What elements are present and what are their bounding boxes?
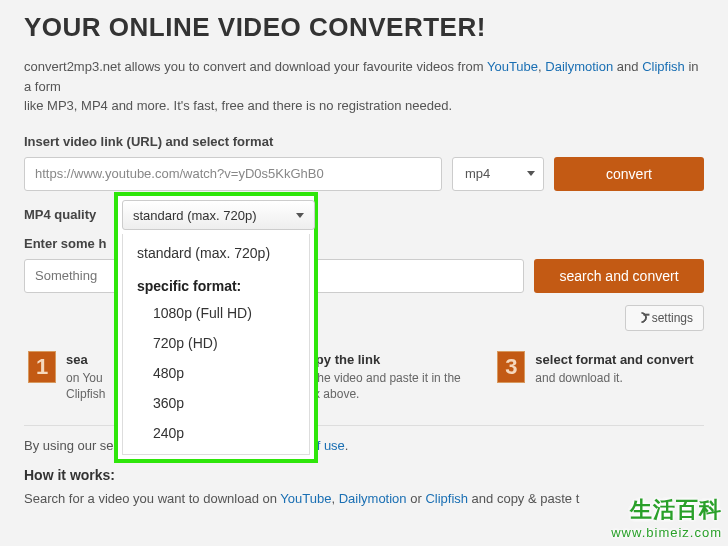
settings-label: settings bbox=[652, 311, 693, 325]
quality-dropdown-highlight: standard (max. 720p) standard (max. 720p… bbox=[114, 192, 318, 463]
how-link-youtube[interactable]: YouTube bbox=[280, 491, 331, 506]
search-convert-button[interactable]: search and convert bbox=[534, 259, 704, 293]
quality-option-720p[interactable]: 720p (HD) bbox=[123, 328, 309, 358]
step-1-title: sea bbox=[66, 351, 105, 369]
link-dailymotion[interactable]: Dailymotion bbox=[545, 59, 613, 74]
url-label: Insert video link (URL) and select forma… bbox=[24, 134, 704, 149]
how-link-dailymotion[interactable]: Dailymotion bbox=[339, 491, 407, 506]
step-3-body1: and download it. bbox=[535, 371, 622, 385]
step-3-number: 3 bbox=[497, 351, 525, 383]
link-youtube[interactable]: YouTube bbox=[487, 59, 538, 74]
quality-option-360p[interactable]: 360p bbox=[123, 388, 309, 418]
how-link-clipfish[interactable]: Clipfish bbox=[425, 491, 468, 506]
intro-text: convert2mp3.net allows you to convert an… bbox=[24, 57, 704, 116]
how-text: Search for a video you want to download … bbox=[24, 489, 704, 509]
how-title: How it works: bbox=[24, 467, 704, 483]
quality-select[interactable]: standard (max. 720p) bbox=[122, 200, 315, 230]
watermark-line2: www.bimeiz.com bbox=[611, 525, 722, 540]
caret-down-icon bbox=[296, 213, 304, 218]
page-title: YOUR ONLINE VIDEO CONVERTER! bbox=[24, 12, 704, 43]
step-2-title: copy the link bbox=[301, 351, 461, 369]
step-1-number: 1 bbox=[28, 351, 56, 383]
quality-option-480p[interactable]: 480p bbox=[123, 358, 309, 388]
quality-options-header: specific format: bbox=[123, 268, 309, 298]
quality-option-standard[interactable]: standard (max. 720p) bbox=[123, 238, 309, 268]
step-2-body1: of the video and paste it in the bbox=[301, 371, 461, 385]
format-select[interactable]: mp4 bbox=[452, 157, 544, 191]
quality-dropdown-list: standard (max. 720p) specific format: 10… bbox=[122, 234, 310, 455]
step-3: 3 select format and convert and download… bbox=[493, 343, 704, 412]
caret-down-icon bbox=[527, 171, 535, 176]
quality-label: MP4 quality bbox=[24, 207, 96, 222]
wrench-icon bbox=[633, 310, 649, 326]
quality-select-value: standard (max. 720p) bbox=[133, 208, 257, 223]
link-clipfish[interactable]: Clipfish bbox=[642, 59, 685, 74]
format-select-value: mp4 bbox=[465, 166, 490, 181]
video-url-input[interactable] bbox=[24, 157, 442, 191]
quality-option-1080p[interactable]: 1080p (Full HD) bbox=[123, 298, 309, 328]
step-1-body2: Clipfish bbox=[66, 387, 105, 401]
step-1-body1: on You bbox=[66, 371, 103, 385]
convert-button[interactable]: convert bbox=[554, 157, 704, 191]
step-3-title: select format and convert bbox=[535, 351, 693, 369]
settings-button[interactable]: settings bbox=[625, 305, 704, 331]
quality-option-240p[interactable]: 240p bbox=[123, 418, 309, 448]
